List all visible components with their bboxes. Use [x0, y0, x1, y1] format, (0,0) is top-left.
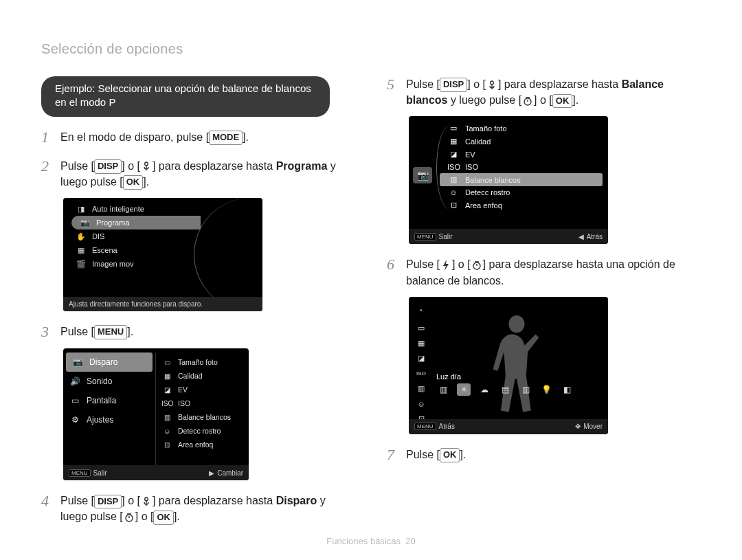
move-icon: ✥: [575, 423, 581, 430]
ok-button-label: OK: [123, 175, 144, 190]
mode-button-label: MODE: [209, 131, 243, 145]
size-icon: ▭: [161, 359, 172, 366]
focus-icon: ⊡: [161, 441, 172, 449]
left-column: Ejemplo: Seleccionar una opción de balan…: [41, 76, 355, 525]
timer-icon: [521, 96, 534, 107]
wb-custom-icon: ◧: [560, 383, 574, 396]
text: ].: [460, 449, 466, 460]
text: ] o [: [452, 258, 471, 270]
label: Detecc rostro: [178, 427, 221, 435]
text: Pulse [: [406, 449, 440, 460]
step-number: 4: [41, 493, 60, 509]
step-number: 5: [387, 76, 406, 93]
step-number: 3: [41, 324, 60, 340]
text: ] para desplazarse hasta: [153, 160, 276, 172]
status-exit: MENUSalir: [69, 469, 107, 477]
submenu-item: ▦Calidad: [442, 135, 608, 148]
timer-icon: [123, 512, 135, 523]
label: DIS: [92, 232, 104, 240]
menu-key-icon: MENU: [414, 423, 436, 430]
timer-icon: [471, 260, 483, 271]
dis-icon: ✋: [76, 232, 87, 241]
iso-icon: ISO: [161, 400, 172, 407]
example-pill: Ejemplo: Seleccionar una opción de balan…: [41, 76, 330, 117]
step-7: 7 Pulse [OK].: [387, 447, 701, 463]
text: Pulse [: [406, 78, 440, 90]
auto-icon: ◨: [76, 204, 87, 214]
status-move: ✥Mover: [575, 423, 603, 430]
menu-left-sonido: 🔊Sonido: [63, 372, 155, 391]
label: Escena: [92, 246, 117, 254]
step-5: 5 Pulse [DISP] o [] para desplazarse has…: [387, 76, 701, 108]
step-2: 2 Pulse [DISP] o [] para desplazarse has…: [41, 158, 355, 190]
label: Balance blancos: [178, 413, 231, 421]
text: En el modo de disparo, pulse [: [60, 131, 209, 143]
menu-right-item: ◪EV: [156, 383, 249, 396]
menu-right-item: ⊡Area enfoq: [156, 438, 249, 451]
label: Area enfoq: [465, 201, 502, 210]
page-footer: Funciones básicas 20: [0, 536, 742, 546]
menu-left-ajustes: ⚙Ajustes: [63, 410, 155, 429]
camera-icon: 📷: [71, 357, 84, 368]
step-target: Programa: [276, 160, 328, 172]
macro-icon: [140, 161, 153, 172]
label: Atrás: [587, 233, 603, 240]
step-number: 6: [387, 256, 406, 273]
right-arrow-icon: ▶: [209, 469, 214, 477]
mode-screen: ◨Auto inteligente 📷Programa ✋DIS ▦Escena…: [63, 198, 262, 311]
step-3: 3 Pulse [MENU].: [41, 324, 355, 340]
label: ISO: [465, 163, 478, 171]
text: ] o [: [467, 78, 486, 90]
menu-screen: 📷Disparo 🔊Sonido ▭Pantalla ⚙Ajustes ▭Tam…: [63, 348, 249, 480]
wb-options-row: ▥ ☀ ☁ ▤ ▥ 💡 ◧: [436, 383, 603, 396]
scene-icon: ▦: [76, 245, 87, 255]
face-icon: ☺: [161, 427, 172, 435]
wb-tungsten-icon: 💡: [539, 383, 553, 396]
text: ].: [174, 511, 180, 522]
movie-icon: 🎬: [76, 259, 87, 269]
menu-left-disparo: 📷Disparo: [66, 352, 153, 372]
display-icon: ▭: [69, 395, 81, 406]
text: ] o [: [534, 94, 552, 106]
disp-button-label: DISP: [440, 78, 467, 92]
text: Pulse [: [60, 326, 94, 337]
text: ] para desplazarse hasta: [153, 495, 276, 506]
wb-selected-label: Luz día: [436, 372, 461, 381]
step-1: 1 En el modo de disparo, pulse [MODE].: [41, 129, 355, 146]
label: Cambiar: [217, 469, 243, 477]
macro-icon: [140, 496, 153, 507]
menu-right-item: ▦Calidad: [156, 369, 249, 383]
submenu-item: ▭Tamaño foto: [442, 122, 608, 135]
wb-icon: ▥: [414, 383, 428, 394]
wb-daylight-icon: ☀: [457, 383, 471, 396]
submenu-screen: 📷 ▭Tamaño foto ▦Calidad ◪EV ISOISO ▥Bala…: [409, 116, 608, 244]
gear-icon: ⚙: [69, 414, 81, 425]
right-column: 5 Pulse [DISP] o [] para desplazarse has…: [387, 76, 701, 525]
menu-right-item: ▥Balance blancos: [156, 410, 249, 424]
submenu-item: ISOISO: [442, 161, 608, 173]
label: Area enfoq: [178, 440, 213, 449]
wb-icon: ▥: [161, 414, 172, 421]
menu-key-icon: MENU: [414, 233, 436, 240]
mode-item-programa: 📷Programa: [71, 216, 201, 229]
label: Atrás: [439, 423, 455, 430]
label: EV: [465, 150, 475, 159]
quality-icon: ▦: [161, 372, 172, 380]
label: Salir: [439, 233, 453, 240]
wb-fluoresc-l-icon: ▥: [519, 383, 532, 396]
label: EV: [178, 385, 188, 394]
wb-cloudy-icon: ☁: [477, 383, 491, 396]
status-exit: MENUSalir: [414, 233, 453, 240]
submenu-item: ☺Detecc rostro: [442, 186, 608, 199]
menu-right-item: ▭Tamaño foto: [156, 355, 249, 369]
up-arrow-icon: ˄: [414, 308, 428, 319]
ev-icon: ◪: [414, 353, 428, 364]
status-back: MENUAtrás: [414, 423, 455, 430]
text: ].: [127, 326, 133, 337]
label: Tamaño foto: [178, 358, 218, 366]
step-6: 6 Pulse [] o [] para desplazarse hasta u…: [387, 256, 701, 288]
menu-right-item: ☺Detecc rostro: [156, 424, 249, 438]
text: ].: [143, 176, 149, 188]
label: Programa: [96, 219, 129, 227]
menu-right-item: ISOISO: [156, 396, 249, 410]
